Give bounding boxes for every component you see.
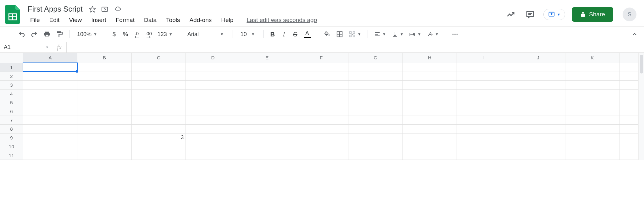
row-header-8[interactable]: 8 (0, 124, 23, 133)
cell-F1[interactable] (294, 63, 348, 72)
cell-K6[interactable] (565, 107, 619, 116)
cell-G10[interactable] (348, 142, 402, 151)
cell-A3[interactable] (23, 80, 77, 89)
cell-C8[interactable] (131, 124, 186, 133)
cell-K2[interactable] (565, 72, 619, 80)
cell-B5[interactable] (77, 98, 131, 107)
move-icon[interactable] (101, 6, 108, 13)
cell-J2[interactable] (511, 72, 565, 80)
italic-button[interactable]: I (279, 29, 289, 40)
cell-extra-1[interactable] (619, 63, 638, 72)
cell-B3[interactable] (77, 80, 131, 89)
formula-input[interactable] (67, 42, 644, 52)
cell-K11[interactable] (565, 151, 619, 160)
cell-F9[interactable] (294, 133, 348, 142)
borders-button[interactable] (334, 29, 345, 40)
cell-D10[interactable] (186, 142, 240, 151)
comments-icon[interactable] (524, 8, 536, 21)
cell-D8[interactable] (186, 124, 240, 133)
row-header-11[interactable]: 11 (0, 151, 23, 160)
row-header-1[interactable]: 1 (0, 63, 23, 72)
cell-K7[interactable] (565, 116, 619, 124)
cell-C5[interactable] (131, 98, 186, 107)
text-wrap-dropdown[interactable]: ▼ (407, 29, 423, 40)
cell-J1[interactable] (511, 63, 565, 72)
column-header-H[interactable]: H (402, 53, 457, 63)
cell-J4[interactable] (511, 89, 565, 98)
increase-decimal-button[interactable]: .00 (143, 29, 154, 40)
undo-button[interactable] (16, 29, 27, 40)
cell-J9[interactable] (511, 133, 565, 142)
share-button[interactable]: Share (572, 7, 613, 22)
cell-I7[interactable] (457, 116, 511, 124)
column-header-C[interactable]: C (131, 53, 186, 63)
cell-extra-10[interactable] (619, 142, 638, 151)
menu-edit[interactable]: Edit (45, 15, 64, 25)
cell-G9[interactable] (348, 133, 402, 142)
cell-E11[interactable] (240, 151, 294, 160)
column-header-A[interactable]: A (23, 53, 77, 63)
cell-B9[interactable] (77, 133, 131, 142)
cell-G1[interactable] (348, 63, 402, 72)
strikethrough-button[interactable]: S (291, 29, 300, 40)
row-header-7[interactable]: 7 (0, 116, 23, 124)
cell-F5[interactable] (294, 98, 348, 107)
cell-E4[interactable] (240, 89, 294, 98)
more-toolbar-button[interactable] (450, 29, 460, 40)
cell-E3[interactable] (240, 80, 294, 89)
cell-I11[interactable] (457, 151, 511, 160)
column-header-J[interactable]: J (511, 53, 565, 63)
cell-D5[interactable] (186, 98, 240, 107)
cell-F6[interactable] (294, 107, 348, 116)
activity-icon[interactable] (504, 8, 517, 21)
vertical-scrollbar[interactable] (638, 53, 644, 160)
cell-H3[interactable] (402, 80, 457, 89)
cell-I3[interactable] (457, 80, 511, 89)
cell-F10[interactable] (294, 142, 348, 151)
cell-F3[interactable] (294, 80, 348, 89)
menu-addons[interactable]: Add-ons (185, 15, 216, 25)
column-header-I[interactable]: I (457, 53, 511, 63)
cell-E6[interactable] (240, 107, 294, 116)
cell-C3[interactable] (131, 80, 186, 89)
cell-A10[interactable] (23, 142, 77, 151)
document-title[interactable]: First Apps Script (26, 4, 85, 14)
cell-K8[interactable] (565, 124, 619, 133)
cell-H4[interactable] (402, 89, 457, 98)
cell-H9[interactable] (402, 133, 457, 142)
cell-C6[interactable] (131, 107, 186, 116)
column-header-K[interactable]: K (565, 53, 619, 63)
cell-D2[interactable] (186, 72, 240, 80)
cell-I4[interactable] (457, 89, 511, 98)
cell-F2[interactable] (294, 72, 348, 80)
cell-K4[interactable] (565, 89, 619, 98)
collapse-toolbar-button[interactable] (631, 31, 638, 37)
cell-G11[interactable] (348, 151, 402, 160)
cell-B11[interactable] (77, 151, 131, 160)
cell-E5[interactable] (240, 98, 294, 107)
cell-H10[interactable] (402, 142, 457, 151)
cell-extra-2[interactable] (619, 72, 638, 80)
format-currency-button[interactable]: $ (109, 29, 119, 40)
zoom-dropdown[interactable]: 100% ▼ (74, 29, 100, 40)
cell-A1[interactable] (23, 63, 77, 72)
column-header-B[interactable]: B (77, 53, 131, 63)
cell-extra-5[interactable] (619, 98, 638, 107)
cell-extra-3[interactable] (619, 80, 638, 89)
cell-I8[interactable] (457, 124, 511, 133)
cell-A5[interactable] (23, 98, 77, 107)
cell-D7[interactable] (186, 116, 240, 124)
cell-K3[interactable] (565, 80, 619, 89)
present-button[interactable]: ▼ (543, 9, 565, 20)
font-size-dropdown[interactable]: 10 ▼ (237, 29, 259, 40)
cell-H6[interactable] (402, 107, 457, 116)
cell-extra-7[interactable] (619, 116, 638, 124)
cell-B2[interactable] (77, 72, 131, 80)
cell-E9[interactable] (240, 133, 294, 142)
horizontal-align-dropdown[interactable]: ▼ (372, 29, 388, 40)
cell-H7[interactable] (402, 116, 457, 124)
cell-K9[interactable] (565, 133, 619, 142)
cell-A9[interactable] (23, 133, 77, 142)
cell-D4[interactable] (186, 89, 240, 98)
cell-C2[interactable] (131, 72, 186, 80)
